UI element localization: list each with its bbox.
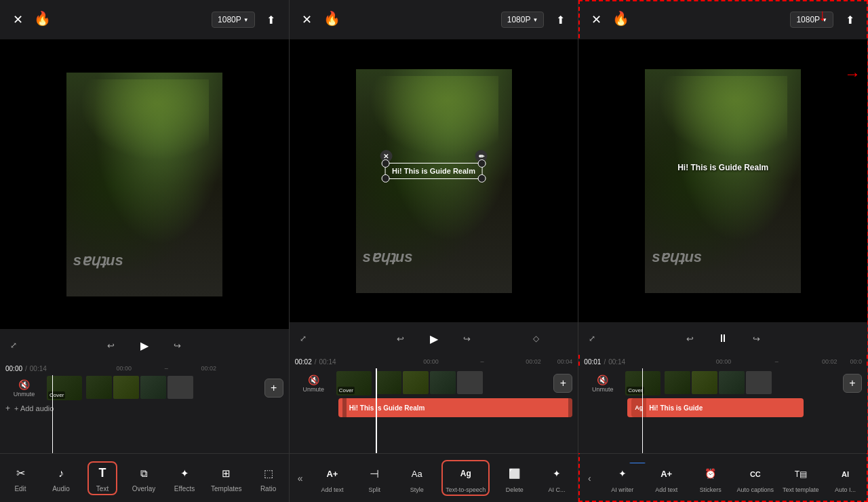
add-track-button-2[interactable]: + [553,374,572,393]
tool-audio-label-1: Audio [52,485,70,493]
video-content-2: sɐɥʇus ✕ ✏ Hi! This is Guide Realm [356,69,512,293]
aiwriter-icon-3: BETA [612,463,633,484]
overlay-icon-1 [134,464,153,483]
split-icon-2 [363,463,385,484]
tool-overlay-1[interactable]: Overlay [130,464,158,493]
scroll-left-button-2[interactable]: « [290,454,311,503]
export-button-1[interactable]: ⬆ [262,10,281,29]
tool-ratio-1[interactable]: Ratio [254,464,283,493]
timeline-2: 🔇 Unmute Cover + Hi! This is Guide Realm [290,368,578,453]
tool3-addtext-label-3: Add text [655,486,677,493]
text-overlay-2[interactable]: ✕ ✏ Hi! This is Guide Realm [384,163,483,179]
tool2-addtext-2[interactable]: Add text [315,463,350,493]
undo-button-1[interactable]: ↩ [102,336,120,354]
tool-ratio-label-1: Ratio [260,485,276,493]
handle-br-2[interactable] [478,174,486,182]
video-content-1: sɐɥʇus [66,73,222,296]
mini-vid-2c [430,371,456,394]
unmute-label-3: Unmute [592,386,614,393]
export-button-2[interactable]: ⬆ [551,10,570,29]
close-button-2[interactable]: ✕ [298,10,317,29]
flame-icon-3: 🔥 [612,10,631,29]
fullscreen-button-1[interactable]: ⤢ [5,337,22,353]
tool3-texttemplate-3[interactable]: Text template [783,463,819,493]
scroll-left-button-3[interactable]: ‹ [578,454,600,503]
undo-button-3[interactable]: ↩ [681,330,698,347]
export-button-3[interactable]: ⬆ [840,10,859,29]
tool3-autoai-3[interactable]: Auto I... [827,463,863,493]
tool2-style-label-2: Style [410,486,424,493]
fullscreen-button-2[interactable]: ⤢ [295,330,311,347]
bottom-toolbar-1: Edit Audio Text Overlay Effects Template… [0,453,289,502]
text-overlay-3: Hi! This is Guide Realm [677,163,768,172]
playhead-3 [642,368,644,453]
tool-edit-1[interactable]: Edit [6,464,35,493]
templates-icon-1 [217,464,236,483]
tool2-delete-2[interactable]: Delete [497,463,532,493]
text-track-2[interactable]: Hi! This is Guide Realm [338,398,573,417]
text-track-3[interactable]: Ag Hi! This is Guide [627,398,803,417]
play-button-1[interactable]: ▶ [134,334,155,356]
track-row-3: 🔇 Unmute Cover + [578,368,867,398]
redo-button-3[interactable]: ↪ [747,330,765,347]
tool-effects-1[interactable]: Effects [170,464,199,493]
bottom-toolbar-3: ‹ BETA AI writer Add text Stickers Auto … [578,453,867,502]
unmute-control-1: 🔇 Unmute [5,379,43,398]
text-track-row-2: Hi! This is Guide Realm [338,398,573,419]
timeline-3: 🔇 Unmute Cover + Ag Hi! This is Guide [578,368,867,453]
redo-button-1[interactable]: ↪ [169,336,186,354]
ts-current-2: 00:02 [295,358,312,366]
tool2-style-2[interactable]: Style [399,463,435,493]
tool-overlay-label-1: Overlay [132,485,155,493]
tool2-aic-2[interactable]: AI C... [539,463,574,493]
tool-audio-1[interactable]: Audio [47,464,75,493]
texttemplate-icon-3 [790,463,812,484]
track-row-1: 🔇 Unmute Cover + [0,375,289,401]
ts-current-1: 00:00 [5,365,22,372]
resolution-button-3[interactable]: 1080P [790,12,833,28]
fullscreen-button-3[interactable]: ⤢ [584,330,600,347]
resolution-button-1[interactable]: 1080P [212,12,255,28]
mini-vid-2b [403,371,429,394]
unmute-control-2: 🔇 Unmute [295,374,332,393]
video-preview-1: sɐɥʇus [0,39,289,329]
timeline-1: 🔇 Unmute Cover + + + Add audio [0,375,289,453]
cover-label-3: Cover [627,387,644,394]
video-preview-2: sɐɥʇus ✕ ✏ Hi! This is Guide Realm [290,39,578,322]
undo-button-2[interactable]: ↩ [392,330,410,347]
tool2-tts-2[interactable]: Ag Text-to-speech [441,460,490,496]
video-track-segments-2 [376,371,550,395]
tool-text-1[interactable]: Text [87,461,117,495]
redo-button-2[interactable]: ↪ [458,330,476,347]
effects-icon-1 [175,464,194,483]
tool2-split-2[interactable]: Split [357,463,392,493]
tool-templates-1[interactable]: Templates [211,464,242,493]
tool3-stickers-3[interactable]: Stickers [693,463,728,493]
tool3-autocap-3[interactable]: Auto captions [737,463,774,493]
ts-total-3: 00:14 [608,358,625,366]
tool3-autocap-label-3: Auto captions [737,486,774,493]
playback-controls-2: ⤢ ↩ ▶ ↪ ◇ [290,322,578,355]
video-track-segments-3 [665,371,839,395]
handle-tr-2[interactable] [478,159,486,168]
tool3-aiwriter-3[interactable]: BETA AI writer [605,463,640,493]
cover-thumb-2[interactable]: Cover [336,371,372,395]
handle-tl-2[interactable] [381,159,389,168]
tool-text-label-1: Text [96,485,108,493]
close-button-3[interactable]: ✕ [587,10,606,29]
tool2-aic-label-2: AI C... [549,486,566,493]
tool3-addtext-3[interactable]: Add text [649,463,684,493]
handle-bl-2[interactable] [381,174,389,182]
tool2-addtext-label-2: Add text [321,486,343,493]
add-track-button-1[interactable]: + [264,379,283,398]
play-button-2[interactable]: ▶ [423,328,445,349]
flame-icon-2: 🔥 [323,10,342,29]
resolution-button-2[interactable]: 1080P [501,12,545,28]
close-button-1[interactable]: ✕ [8,10,27,29]
add-track-button-3[interactable]: + [843,374,862,393]
panel-2: ✕ 🔥 1080P ⬆ sɐɥʇus ✕ ✏ Hi! This is Guide… [290,0,579,502]
stamp-button-2[interactable]: ◇ [528,330,544,347]
video-bg-3: sɐɥʇus Hi! This is Guide Realm [645,69,801,293]
add-audio-row-1[interactable]: + + Add audio [0,401,289,416]
pause-button-3[interactable]: ⏸ [712,328,734,349]
